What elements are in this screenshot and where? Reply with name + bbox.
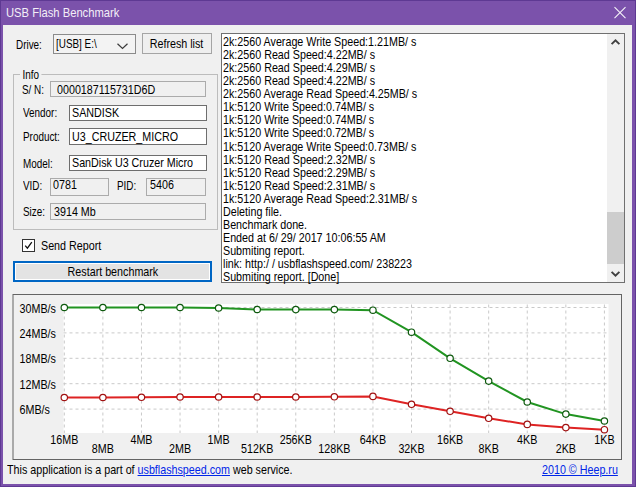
svg-text:2KB: 2KB	[556, 441, 576, 456]
svg-text:30MB/s: 30MB/s	[20, 301, 57, 316]
svg-text:12MB/s: 12MB/s	[20, 377, 57, 392]
svg-text:1MB: 1MB	[208, 432, 230, 447]
svg-text:4KB: 4KB	[517, 432, 537, 447]
svg-text:256KB: 256KB	[280, 432, 312, 447]
svg-text:16MB: 16MB	[50, 432, 78, 447]
svg-text:18MB/s: 18MB/s	[20, 351, 57, 366]
svg-text:1KB: 1KB	[594, 432, 614, 447]
svg-text:8KB: 8KB	[479, 441, 499, 456]
svg-text:2MB: 2MB	[169, 441, 191, 456]
svg-text:16KB: 16KB	[437, 432, 463, 447]
svg-text:8MB: 8MB	[92, 441, 114, 456]
svg-text:512KB: 512KB	[241, 441, 273, 456]
svg-text:64KB: 64KB	[360, 432, 386, 447]
svg-text:32KB: 32KB	[398, 441, 424, 456]
svg-text:128KB: 128KB	[318, 441, 350, 456]
svg-text:4MB: 4MB	[130, 432, 152, 447]
svg-text:24MB/s: 24MB/s	[20, 326, 57, 341]
svg-text:6MB/s: 6MB/s	[20, 402, 51, 417]
